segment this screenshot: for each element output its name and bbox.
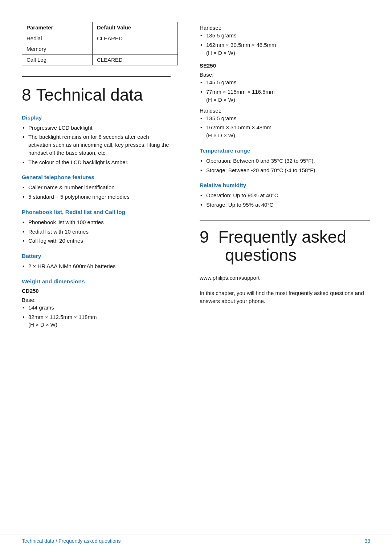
table-row: Redial CLEARED [22,33,178,44]
table-cell-value: CLEARED [92,33,177,44]
battery-heading: Battery [22,253,171,259]
table-row: Call Log CLEARED [22,54,178,65]
list-item: 162mm × 30.5mm × 48.5mm (H × D × W) [200,41,370,57]
temperature-heading: Temperature range [200,147,370,154]
list-item: 77mm × 115mm × 116.5mm (H × D × W) [200,88,370,104]
temperature-section: Temperature range Operation: Between 0 a… [200,147,370,174]
phonebook-section: Phonebook list, Redial list and Call log… [22,209,171,245]
humidity-list: Operation: Up to 95% at 40°C Storage: Up… [200,191,370,209]
list-item: Call log with 20 entries [22,237,171,245]
list-item: Storage: Up to 95% at 40°C [200,201,370,209]
list-item: 144 grams [22,304,171,312]
list-item: 5 standard + 5 polyphonic ringer melodie… [22,193,171,201]
cd250-base-label: Base: [22,297,171,303]
page-footer: Technical data / Frequently asked questi… [0,534,392,544]
list-item: 2 × HR AAA NiMh 600mAh batteries [22,262,171,270]
se250-label: SE250 [200,62,370,69]
phonebook-list: Phonebook list with 100 entries Redial l… [22,218,171,245]
parameter-table: Parameter Default Value Redial CLEARED M… [22,22,178,65]
humidity-section: Relative humidity Operation: Up to 95% a… [200,182,370,209]
chapter9-heading: 9 Frequently asked questions [200,228,370,264]
table-cell-param: Call Log [22,54,93,65]
battery-section: Battery 2 × HR AAA NiMh 600mAh batteries [22,253,171,270]
list-item: The backlight remains on for 8 seconds a… [22,133,171,157]
display-list: Progressive LCD backlight The backlight … [22,124,171,166]
general-list: Caller name & number identification 5 st… [22,183,171,201]
se250-section: SE250 Base: 145.5 grams 77mm × 115mm × 1… [200,62,370,139]
table-cell-param: Redial [22,33,93,44]
table-row: Memory [22,44,178,54]
battery-list: 2 × HR AAA NiMh 600mAh batteries [22,262,171,270]
cd250-label: CD250 [22,288,171,294]
list-item: Redial list with 10 entries [22,228,171,236]
display-heading: Display [22,114,171,121]
se250-base-label: Base: [200,72,370,78]
url-divider [200,284,370,284]
list-item: 82mm × 112.5mm × 118mm (H × D × W) [22,313,171,329]
list-item: Caller name & number identification [22,183,171,191]
se250-base-list: 145.5 grams 77mm × 115mm × 116.5mm (H × … [200,78,370,104]
list-item: 162mm × 31.5mm × 48mm (H × D × W) [200,124,370,139]
cd250-base-list: 144 grams 82mm × 112.5mm × 118mm (H × D … [22,304,171,329]
general-heading: General telephone features [22,174,171,181]
handset1-label: Handset: [200,25,370,31]
list-item: Storage: Between -20 and 70°C (-4 to 158… [200,166,370,174]
list-item: 135.5 grams [200,32,370,40]
table-cell-value: CLEARED [92,54,177,65]
display-section: Display Progressive LCD backlight The ba… [22,114,171,166]
se250-handset-list: 135.5 grams 162mm × 31.5mm × 48mm (H × D… [200,114,370,139]
chapter9-divider [200,220,370,221]
se250-handset-label: Handset: [200,108,370,114]
handset1-section: Handset: 135.5 grams 162mm × 30.5mm × 48… [200,25,370,57]
list-item: 145.5 grams [200,78,370,86]
table-header-parameter: Parameter [22,22,93,33]
weight-heading: Weight and dimensions [22,278,171,285]
table-header-default: Default Value [92,22,177,33]
list-item: Phonebook list with 100 entries [22,218,171,226]
humidity-heading: Relative humidity [200,182,370,189]
footer-left: Technical data / Frequently asked questi… [22,538,121,544]
general-section: General telephone features Caller name &… [22,174,171,201]
support-url: www.philips.com/support [200,275,370,281]
faq-description: In this chapter, you will find the most … [200,289,370,306]
table-cell-param: Memory [22,44,93,54]
weight-section: Weight and dimensions CD250 Base: 144 gr… [22,278,171,329]
chapter8-heading: 8Technical data [22,86,171,104]
footer-page-number: 33 [364,538,370,544]
section-divider [22,76,171,77]
list-item: The colour of the LCD backlight is Amber… [22,158,171,166]
handset1-list: 135.5 grams 162mm × 30.5mm × 48.5mm (H ×… [200,32,370,57]
table-cell-value [92,44,177,54]
list-item: Operation: Up to 95% at 40°C [200,191,370,199]
list-item: 135.5 grams [200,114,370,122]
list-item: Progressive LCD backlight [22,124,171,132]
temperature-list: Operation: Between 0 and 35°C (32 to 95°… [200,157,370,174]
list-item: Operation: Between 0 and 35°C (32 to 95°… [200,157,370,165]
phonebook-heading: Phonebook list, Redial list and Call log [22,209,171,215]
